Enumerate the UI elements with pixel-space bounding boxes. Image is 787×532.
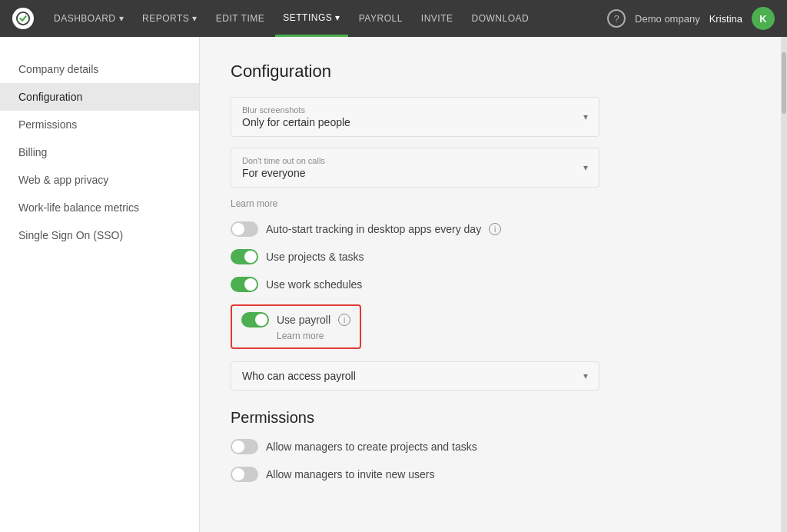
who-can-access-content: Who can access payroll bbox=[242, 370, 356, 382]
sidebar-item-sso[interactable]: Single Sign On (SSO) bbox=[0, 221, 199, 249]
sidebar-item-company-details[interactable]: Company details bbox=[0, 55, 199, 83]
auto-start-toggle-thumb bbox=[232, 223, 244, 235]
blur-screenshots-value: Only for certain people bbox=[242, 116, 350, 128]
sidebar-item-web-app-privacy[interactable]: Web & app privacy bbox=[0, 166, 199, 194]
help-icon[interactable]: ? bbox=[607, 9, 626, 28]
blur-screenshots-dropdown[interactable]: Blur screenshots Only for certain people bbox=[231, 97, 599, 137]
main-layout: Company details Configuration Permission… bbox=[0, 37, 787, 532]
scrollbar-thumb[interactable] bbox=[782, 52, 786, 114]
use-payroll-info-icon[interactable]: i bbox=[338, 314, 350, 326]
sidebar-item-billing[interactable]: Billing bbox=[0, 138, 199, 166]
use-payroll-label: Use payroll bbox=[277, 314, 330, 326]
app-logo[interactable] bbox=[12, 8, 34, 29]
learn-more-link-top[interactable]: Learn more bbox=[231, 198, 750, 209]
sidebar-item-permissions[interactable]: Permissions bbox=[0, 111, 199, 138]
blur-screenshots-content: Blur screenshots Only for certain people bbox=[242, 105, 350, 128]
allow-managers-create-thumb bbox=[232, 441, 244, 453]
nav-edit-time[interactable]: EDIT TIME bbox=[208, 0, 272, 37]
allow-managers-invite-toggle[interactable] bbox=[231, 467, 258, 482]
who-can-access-label: Who can access payroll bbox=[242, 370, 356, 382]
blur-screenshots-arrow bbox=[583, 111, 588, 122]
sidebar-item-work-life-balance[interactable]: Work-life balance metrics bbox=[0, 194, 199, 221]
dont-time-out-arrow bbox=[583, 162, 588, 173]
auto-start-row: Auto-start tracking in desktop apps ever… bbox=[231, 221, 750, 237]
use-work-schedules-toggle[interactable] bbox=[231, 277, 258, 292]
allow-managers-create-toggle[interactable] bbox=[231, 439, 258, 454]
auto-start-info-icon[interactable]: i bbox=[489, 223, 501, 235]
nav-right-area: ? Demo ompany Kristina K bbox=[607, 7, 775, 30]
page-title: Configuration bbox=[231, 62, 750, 81]
use-projects-toggle[interactable] bbox=[231, 249, 258, 264]
nav-dashboard[interactable]: DASHBOARD ▾ bbox=[46, 0, 131, 37]
use-work-schedules-label: Use work schedules bbox=[266, 278, 362, 291]
use-projects-label: Use projects & tasks bbox=[266, 251, 364, 263]
chevron-icon: ▾ bbox=[192, 13, 198, 24]
nav-settings[interactable]: SETTINGS ▾ bbox=[275, 0, 348, 37]
auto-start-label: Auto-start tracking in desktop apps ever… bbox=[266, 223, 481, 235]
allow-managers-invite-thumb bbox=[232, 468, 244, 480]
allow-managers-create-label: Allow managers to create projects and ta… bbox=[266, 441, 477, 453]
company-name: Demo ompany bbox=[635, 13, 700, 25]
use-work-schedules-toggle-thumb bbox=[244, 278, 257, 291]
nav-reports[interactable]: REPORTS ▾ bbox=[134, 0, 205, 37]
use-payroll-toggle[interactable] bbox=[241, 312, 269, 328]
username-label: Kristina bbox=[709, 13, 742, 25]
use-payroll-toggle-thumb bbox=[255, 314, 267, 326]
use-work-schedules-row: Use work schedules bbox=[231, 277, 750, 292]
use-projects-toggle-thumb bbox=[244, 251, 257, 263]
who-can-access-arrow bbox=[583, 371, 588, 381]
dont-time-out-dropdown[interactable]: Don't time out on calls For everyone bbox=[231, 148, 599, 188]
use-payroll-row: Use payroll i bbox=[241, 312, 350, 328]
permissions-title: Permissions bbox=[231, 409, 750, 427]
who-can-access-payroll-dropdown[interactable]: Who can access payroll bbox=[231, 361, 599, 391]
user-avatar[interactable]: K bbox=[752, 7, 775, 30]
dont-time-out-content: Don't time out on calls For everyone bbox=[242, 156, 325, 179]
nav-download[interactable]: DOWNLOAD bbox=[463, 0, 536, 37]
chevron-icon: ▾ bbox=[119, 13, 125, 24]
main-content: Configuration Blur screenshots Only for … bbox=[200, 37, 781, 532]
allow-managers-invite-label: Allow managers to invite new users bbox=[266, 468, 434, 480]
nav-payroll[interactable]: PAYROLL bbox=[351, 0, 410, 37]
scrollbar-track[interactable] bbox=[781, 37, 787, 532]
allow-managers-invite-row: Allow managers to invite new users bbox=[231, 467, 750, 482]
dont-time-out-label: Don't time out on calls bbox=[242, 156, 325, 165]
sidebar-item-configuration[interactable]: Configuration bbox=[0, 83, 199, 111]
blur-screenshots-label: Blur screenshots bbox=[242, 105, 350, 115]
allow-managers-create-row: Allow managers to create projects and ta… bbox=[231, 439, 750, 454]
auto-start-toggle[interactable] bbox=[231, 221, 258, 237]
sidebar: Company details Configuration Permission… bbox=[0, 37, 200, 532]
payroll-learn-more-link[interactable]: Learn more bbox=[277, 331, 350, 341]
top-navigation: DASHBOARD ▾ REPORTS ▾ EDIT TIME SETTINGS… bbox=[0, 0, 787, 37]
nav-invite[interactable]: INVITE bbox=[413, 0, 461, 37]
permissions-section: Permissions Allow managers to create pro… bbox=[231, 409, 750, 482]
chevron-icon: ▾ bbox=[335, 12, 340, 23]
dont-time-out-value: For everyone bbox=[242, 167, 325, 179]
use-payroll-box: Use payroll i Learn more bbox=[231, 304, 361, 349]
use-projects-row: Use projects & tasks bbox=[231, 249, 750, 264]
